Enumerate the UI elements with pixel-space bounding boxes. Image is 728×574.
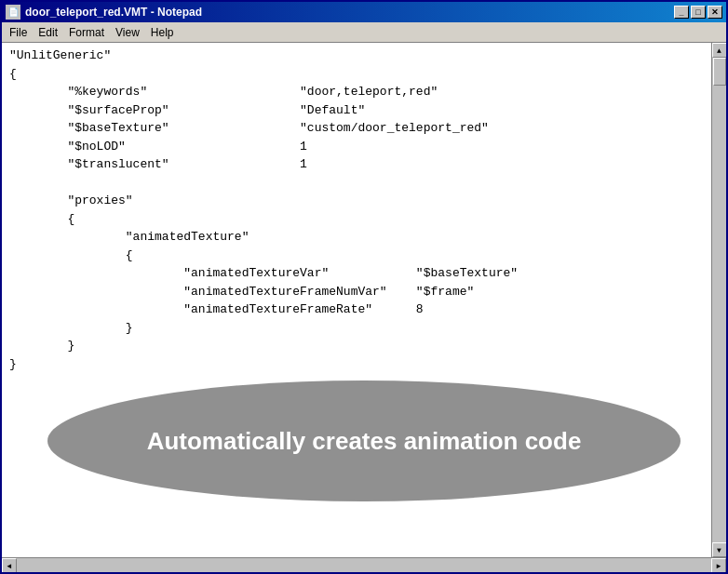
vertical-scrollbar: ▲ ▼ [711,43,726,557]
minimize-button[interactable]: _ [674,6,689,19]
scroll-track-vertical[interactable] [712,58,727,542]
scroll-right-button[interactable]: ► [711,558,726,572]
horizontal-scrollbar: ◄ ► [2,557,726,572]
scroll-up-button[interactable]: ▲ [712,43,727,58]
window-title: door_teleport_red.VMT - Notepad [25,6,202,19]
window-controls: _ □ ✕ [674,6,722,19]
menu-bar: File Edit Format View Help [2,22,726,43]
scroll-thumb-vertical[interactable] [713,58,726,86]
menu-edit[interactable]: Edit [33,24,63,41]
inner-editor: "UnlitGeneric" { "%keywords" "door,telep… [2,43,726,557]
close-button[interactable]: ✕ [708,6,722,19]
menu-format[interactable]: Format [63,24,110,41]
scroll-left-button[interactable]: ◄ [2,558,17,572]
scroll-track-horizontal[interactable] [17,558,711,572]
menu-file[interactable]: File [4,24,33,41]
title-bar-left: 📄 door_teleport_red.VMT - Notepad [6,5,202,20]
maximize-button[interactable]: □ [691,6,706,19]
scroll-down-button[interactable]: ▼ [712,542,727,557]
editor-wrapper: "UnlitGeneric" { "%keywords" "door,telep… [2,43,726,572]
menu-help[interactable]: Help [145,24,180,41]
text-editor[interactable]: "UnlitGeneric" { "%keywords" "door,telep… [2,43,726,557]
title-bar: 📄 door_teleport_red.VMT - Notepad _ □ ✕ [2,2,726,22]
app-icon: 📄 [6,5,20,20]
overlay-callout: Automatically creates animation code [47,380,681,501]
code-content: "UnlitGeneric" { "%keywords" "door,telep… [9,47,719,373]
notepad-window: 📄 door_teleport_red.VMT - Notepad _ □ ✕ … [0,0,728,574]
menu-view[interactable]: View [110,24,145,41]
overlay-text: Automatically creates animation code [147,427,582,456]
